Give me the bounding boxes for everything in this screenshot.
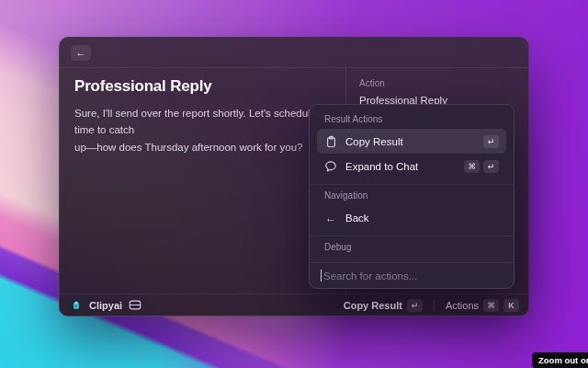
result-pane: Professional Reply Sure, I'll send over …	[60, 67, 345, 293]
action-item-label: Copy Result	[345, 136, 475, 147]
status-bar: Clipyai Copy Result ↵ Actions ⌘ K	[60, 293, 528, 316]
action-search-bar	[310, 262, 514, 288]
result-text: Sure, I'll send over the report shortly.…	[74, 105, 331, 155]
app-name: Clipyai	[89, 300, 122, 311]
clipboard-icon	[324, 135, 337, 148]
action-item-back[interactable]: ← Back	[317, 205, 506, 230]
return-key-badge: ↵	[407, 299, 423, 312]
back-arrow-icon: ←	[76, 47, 86, 58]
actions-menu-label: Actions	[446, 300, 479, 311]
actions-menu-button[interactable]: Actions ⌘ K	[446, 299, 519, 312]
command-key-badge: ⌘	[464, 160, 480, 173]
chat-bubble-icon	[324, 160, 337, 173]
side-panel-label: Action	[359, 78, 515, 88]
action-item-expand-to-chat[interactable]: Expand to Chat ⌘ ↵	[317, 154, 506, 178]
drive-icon	[129, 299, 141, 311]
zoom-out-tooltip: Zoom out on	[532, 352, 588, 368]
section-divider	[310, 236, 514, 236]
shortcut-keys: ↵	[483, 135, 499, 148]
page-title: Professional Reply	[74, 77, 331, 96]
command-key-badge: ⌘	[483, 299, 499, 312]
return-key-badge: ↵	[483, 135, 499, 148]
primary-action-button[interactable]: Copy Result ↵	[344, 299, 423, 312]
result-text-line: Sure, I'll send over the report shortly.…	[74, 105, 331, 139]
section-title-navigation: Navigation	[324, 190, 499, 201]
primary-action-label: Copy Result	[344, 300, 402, 311]
k-key-badge: K	[503, 299, 519, 312]
result-text-line: up—how does Thursday afternoon work for …	[74, 139, 331, 155]
window-header: ←	[60, 38, 528, 68]
status-bar-separator	[434, 300, 435, 311]
clipboard-logo-glyph	[72, 301, 81, 310]
action-list: Result Actions Copy Result ↵ Expand to C…	[310, 105, 514, 263]
text-cursor	[321, 270, 322, 282]
back-button[interactable]: ←	[71, 45, 91, 61]
section-title-result-actions: Result Actions	[324, 114, 499, 124]
section-divider	[310, 184, 514, 185]
shortcut-keys: ⌘ ↵	[464, 160, 499, 173]
return-key-badge: ↵	[483, 160, 499, 173]
arrow-left-icon: ←	[324, 212, 337, 224]
action-panel-popup: Result Actions Copy Result ↵ Expand to C…	[309, 104, 514, 289]
action-search-input[interactable]	[323, 270, 503, 282]
section-title-debug: Debug	[324, 242, 499, 252]
action-item-label: Expand to Chat	[345, 161, 456, 172]
clipyai-logo-icon	[69, 298, 83, 312]
action-item-copy-result[interactable]: Copy Result ↵	[317, 129, 506, 154]
action-item-label: Back	[345, 213, 499, 224]
